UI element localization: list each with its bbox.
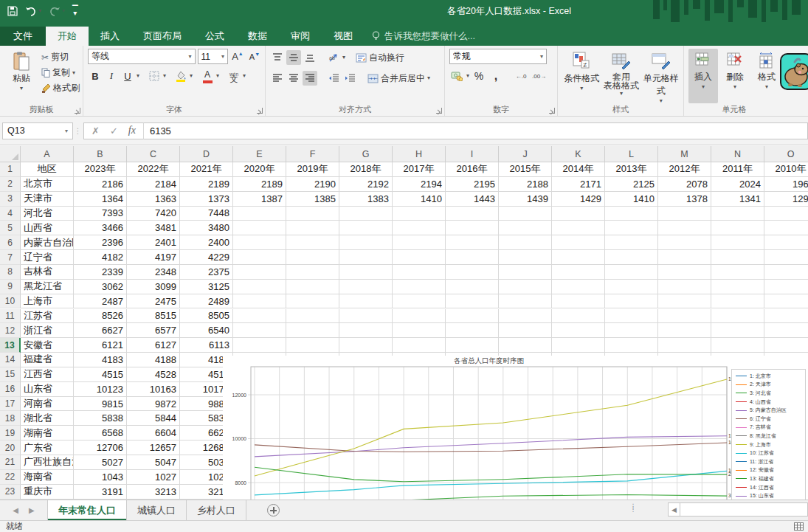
grid-cell[interactable]	[711, 221, 764, 235]
underline-button[interactable]: U	[120, 69, 135, 83]
grid-cell[interactable]: 2014年	[552, 162, 605, 177]
grid-cell[interactable]: 6577	[127, 323, 180, 338]
grid-cell[interactable]: 8505	[180, 309, 233, 324]
column-header-K[interactable]: K	[552, 146, 605, 162]
grid-cell[interactable]	[711, 250, 764, 265]
align-top-button[interactable]	[270, 50, 285, 65]
grid-cell[interactable]	[764, 207, 808, 221]
column-header-M[interactable]: M	[658, 146, 711, 162]
redo-dropdown-caret[interactable]: ▾	[62, 9, 65, 13]
undo-dropdown-caret[interactable]: ▾	[38, 9, 41, 13]
grid-cell[interactable]: 1429	[552, 192, 605, 207]
grid-cell[interactable]: 2017年	[393, 162, 446, 177]
grid-cell[interactable]: 1364	[74, 192, 127, 207]
grid-cell[interactable]: 福建省	[21, 353, 74, 367]
row-header-12[interactable]: 12	[0, 323, 21, 338]
grid-cell[interactable]	[499, 309, 552, 324]
grid-cell[interactable]: 2195	[446, 177, 499, 192]
decrease-indent-button[interactable]	[326, 71, 341, 86]
grid-cell[interactable]: 4515	[74, 367, 127, 382]
grid-cell[interactable]	[764, 221, 808, 235]
grid-cell[interactable]	[393, 250, 446, 265]
grid-cell[interactable]: 4229	[180, 250, 233, 265]
grid-cell[interactable]	[286, 338, 339, 353]
grid-cell[interactable]: 6113	[180, 338, 233, 353]
grid-cell[interactable]	[339, 338, 393, 353]
column-header-J[interactable]: J	[499, 146, 552, 162]
grid-cell[interactable]	[552, 250, 605, 265]
align-left-button[interactable]	[270, 71, 285, 86]
grid-cell[interactable]: 1962	[764, 177, 808, 192]
grid-cell[interactable]	[605, 265, 658, 280]
grid-cell[interactable]	[552, 309, 605, 324]
grid-cell[interactable]	[499, 294, 552, 309]
grid-cell[interactable]: 1363	[127, 192, 180, 207]
grid-cell[interactable]	[552, 294, 605, 309]
row-header-15[interactable]: 15	[0, 367, 21, 382]
row-header-17[interactable]: 17	[0, 397, 21, 412]
grid-cell[interactable]: 河南省	[21, 397, 74, 412]
grid-cell[interactable]: 7393	[74, 207, 127, 221]
grid-cell[interactable]	[339, 207, 393, 221]
grid-cell[interactable]	[339, 294, 393, 309]
grid-cell[interactable]: 8515	[127, 309, 180, 324]
save-button[interactable]	[7, 6, 18, 16]
paste-button[interactable]: 粘贴 ▾	[4, 49, 38, 103]
grid-cell[interactable]	[499, 235, 552, 250]
column-header-H[interactable]: H	[393, 146, 446, 162]
grid-cell[interactable]: 6121	[74, 338, 127, 353]
row-header-11[interactable]: 11	[0, 309, 21, 324]
grid-cell[interactable]	[764, 265, 808, 280]
grid-cell[interactable]: 2125	[605, 177, 658, 192]
grid-cell[interactable]	[339, 235, 393, 250]
row-header-9[interactable]: 9	[0, 280, 21, 294]
grid-cell[interactable]: 3125	[180, 280, 233, 294]
grid-cell[interactable]: 10123	[74, 382, 127, 397]
grid-cell[interactable]: 2192	[339, 177, 393, 192]
name-box[interactable]: Q13▾	[2, 122, 73, 139]
phonetic-dropdown[interactable]: ▾	[243, 74, 246, 78]
align-middle-button[interactable]	[286, 50, 301, 65]
ribbon-tab-7[interactable]: 视图	[322, 27, 365, 46]
grid-cell[interactable]: 山西省	[21, 221, 74, 235]
grid-cell[interactable]	[658, 280, 711, 294]
grid-cell[interactable]	[658, 309, 711, 324]
grid-cell[interactable]	[605, 323, 658, 338]
grid-cell[interactable]: 江西省	[21, 367, 74, 382]
grid-cell[interactable]: 2020年	[233, 162, 286, 177]
grid-cell[interactable]	[446, 294, 499, 309]
grid-cell[interactable]	[286, 221, 339, 235]
grid-cell[interactable]	[286, 294, 339, 309]
grid-cell[interactable]	[286, 309, 339, 324]
grid-cell[interactable]	[605, 207, 658, 221]
grid-cell[interactable]: 北京市	[21, 177, 74, 192]
grid-cell[interactable]: 6604	[127, 426, 180, 441]
grid-cell[interactable]: 2018年	[339, 162, 393, 177]
grid-cell[interactable]: 2401	[127, 235, 180, 250]
increase-decimal-button[interactable]: ←.0	[514, 69, 528, 83]
grid-cell[interactable]: 3191	[74, 485, 127, 500]
orientation-button[interactable]: ab	[326, 50, 341, 65]
grid-cell[interactable]: 2013年	[605, 162, 658, 177]
grid-cell[interactable]	[393, 338, 446, 353]
grid-cell[interactable]	[286, 207, 339, 221]
grid-cell[interactable]	[499, 221, 552, 235]
grid-cell[interactable]: 1378	[658, 192, 711, 207]
redo-button[interactable]: ▾	[49, 7, 65, 16]
grid-cell[interactable]	[446, 250, 499, 265]
grid-cell[interactable]: 4188	[127, 353, 180, 367]
grid-cell[interactable]	[658, 235, 711, 250]
align-center-button[interactable]	[286, 71, 301, 86]
grid-cell[interactable]: 3062	[74, 280, 127, 294]
grid-cell[interactable]: 湖北省	[21, 411, 74, 426]
grid-cell[interactable]: 浙江省	[21, 323, 74, 338]
grid-cell[interactable]	[446, 280, 499, 294]
grid-cell[interactable]: 2023年	[74, 162, 127, 177]
row-header-22[interactable]: 22	[0, 470, 21, 485]
number-format-combo[interactable]: 常规▾	[449, 49, 547, 64]
grid-cell[interactable]: 10163	[127, 382, 180, 397]
grid-cell[interactable]: 河北省	[21, 207, 74, 221]
fill-color-button[interactable]	[173, 69, 188, 83]
grid-cell[interactable]: 1387	[233, 192, 286, 207]
grid-cell[interactable]: 1043	[74, 470, 127, 485]
